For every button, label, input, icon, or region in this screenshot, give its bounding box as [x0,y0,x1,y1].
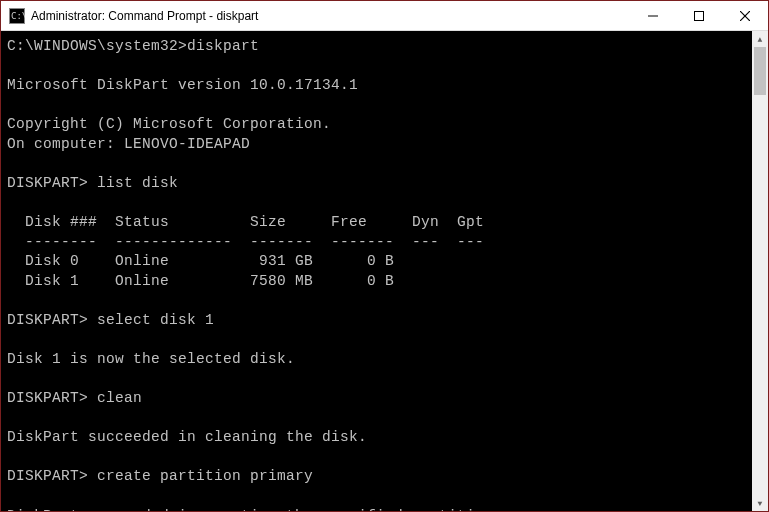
cmd-list-disk: list disk [97,175,178,191]
svg-rect-4 [695,11,704,20]
msg-create: DiskPart succeeded in creating the speci… [7,508,502,512]
table-divider: -------- ------------- ------- ------- -… [7,234,484,250]
diskpart-prompt: DISKPART> [7,468,88,484]
window-title: Administrator: Command Prompt - diskpart [31,9,630,23]
msg-selected: Disk 1 is now the selected disk. [7,351,295,367]
table-row: Disk 1 Online 7580 MB 0 B [7,273,394,289]
table-header: Disk ### Status Size Free Dyn Gpt [7,214,484,230]
computer-line: On computer: LENOVO-IDEAPAD [7,136,250,152]
console-area: C:\WINDOWS\system32>diskpart Microsoft D… [1,31,768,511]
diskpart-prompt: DISKPART> [7,175,88,191]
svg-text:C:\: C:\ [11,11,25,21]
minimize-button[interactable] [630,1,676,31]
console-output[interactable]: C:\WINDOWS\system32>diskpart Microsoft D… [1,31,752,511]
msg-clean: DiskPart succeeded in cleaning the disk. [7,429,367,445]
cmd-clean: clean [97,390,142,406]
cmd-select-disk: select disk 1 [97,312,214,328]
diskpart-prompt: DISKPART> [7,390,88,406]
copyright-line: Copyright (C) Microsoft Corporation. [7,116,331,132]
scroll-down-arrow-icon[interactable]: ▼ [752,495,768,511]
prompt-path: C:\WINDOWS\system32> [7,38,187,54]
table-row: Disk 0 Online 931 GB 0 B [7,253,394,269]
cmd-initial: diskpart [187,38,259,54]
version-line: Microsoft DiskPart version 10.0.17134.1 [7,77,358,93]
window: C:\ Administrator: Command Prompt - disk… [1,1,768,511]
close-button[interactable] [722,1,768,31]
scroll-up-arrow-icon[interactable]: ▲ [752,31,768,47]
cmd-create-partition: create partition primary [97,468,313,484]
vertical-scrollbar[interactable]: ▲ ▼ [752,31,768,511]
maximize-button[interactable] [676,1,722,31]
cmd-icon: C:\ [9,8,25,24]
diskpart-prompt: DISKPART> [7,312,88,328]
scroll-thumb[interactable] [754,47,766,95]
titlebar[interactable]: C:\ Administrator: Command Prompt - disk… [1,1,768,31]
